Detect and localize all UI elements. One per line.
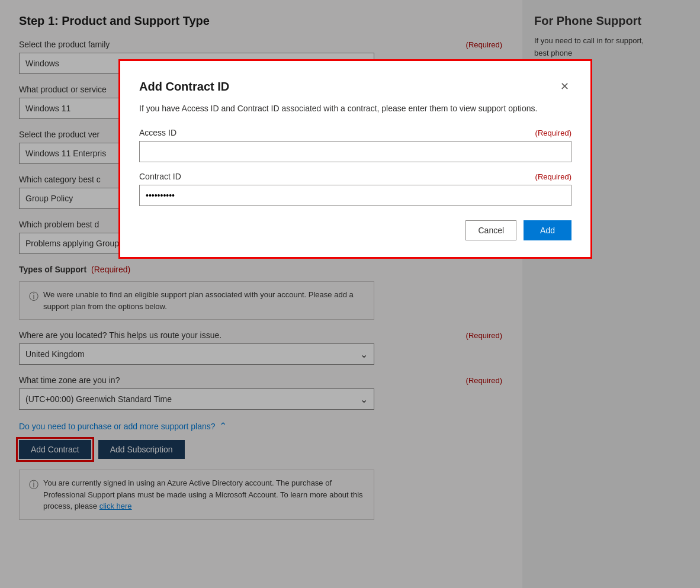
access-id-input[interactable] [139,141,571,162]
access-id-field-label: Access ID (Required) [139,128,571,137]
contract-id-input[interactable] [139,185,571,206]
contract-id-field-label: Contract ID (Required) [139,172,571,181]
add-button[interactable]: Add [524,220,571,240]
modal-close-button[interactable]: ✕ [558,78,571,95]
contract-id-label: Contract ID [139,172,181,181]
access-id-label: Access ID [139,128,176,137]
modal-actions: Cancel Add [139,220,571,240]
add-contract-modal: Add Contract ID ✕ If you have Access ID … [118,59,592,259]
modal-header: Add Contract ID ✕ [139,78,571,95]
modal-title: Add Contract ID [139,80,229,94]
cancel-button[interactable]: Cancel [465,220,516,240]
access-id-required: (Required) [535,128,571,137]
modal-description: If you have Access ID and Contract ID as… [139,102,571,115]
contract-id-required: (Required) [535,172,571,181]
